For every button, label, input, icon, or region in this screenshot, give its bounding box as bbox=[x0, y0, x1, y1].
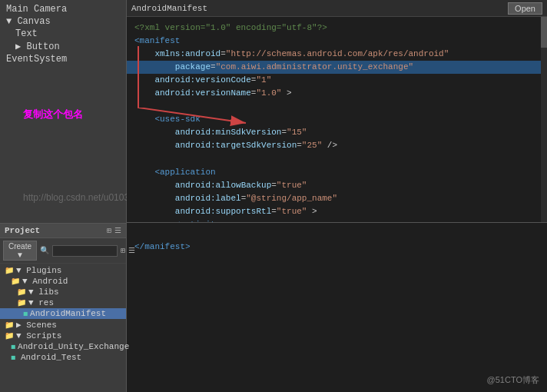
hierarchy-item-button[interactable]: ▶ Button bbox=[0, 40, 126, 53]
tree-item-scenes[interactable]: 📁 ▶ Scenes bbox=[0, 319, 126, 331]
project-panel: Project ⊞ ☰ Create ▼ 🔍 ⊞ ☰ 📁 ▼ Plugins 📁… bbox=[0, 223, 127, 392]
code-line-11: <application bbox=[134, 166, 539, 179]
folder-icon: 📁 bbox=[5, 331, 14, 341]
folder-icon: 📁 bbox=[17, 287, 26, 297]
panel-sort-icon[interactable]: ⊞ bbox=[121, 246, 125, 255]
hierarchy-item-eventsystem[interactable]: EventSystem bbox=[0, 53, 126, 65]
open-button[interactable]: Open bbox=[508, 2, 542, 15]
code-toolbar: AndroidManifest Open bbox=[127, 0, 547, 17]
code-line-10 bbox=[134, 152, 539, 165]
hierarchy-item-text[interactable]: Text bbox=[0, 28, 126, 40]
hierarchy-item-canvas[interactable]: ▼ Canvas bbox=[0, 15, 126, 28]
folder-icon: 📁 bbox=[17, 298, 26, 307]
tree-item-android-test[interactable]: ◼ Android_Test bbox=[0, 352, 126, 363]
tree-item-libs[interactable]: 📁 ▼ libs bbox=[0, 287, 126, 297]
search-icon: 🔍 bbox=[40, 246, 49, 255]
create-button[interactable]: Create ▼ bbox=[3, 241, 37, 261]
bottom-code-panel: </manifest> bbox=[127, 223, 547, 392]
folder-icon: 📁 bbox=[11, 277, 20, 286]
panel-filter-icon[interactable]: ☰ bbox=[128, 246, 135, 255]
code-line-12: android:allowBackup="true" bbox=[134, 179, 539, 192]
tree-item-scripts[interactable]: 📁 ▼ Scripts bbox=[0, 331, 126, 341]
panel-icon-lock[interactable]: ⊞ bbox=[107, 226, 111, 235]
folder-icon: 📁 bbox=[5, 266, 14, 275]
project-tree: 📁 ▼ Plugins 📁 ▼ Android 📁 ▼ libs 📁 ▼ res… bbox=[0, 264, 126, 364]
tree-item-plugins[interactable]: 📁 ▼ Plugins bbox=[0, 265, 126, 276]
panel-icon-menu[interactable]: ☰ bbox=[114, 226, 121, 235]
scrollbar-thumb[interactable] bbox=[541, 17, 547, 48]
tree-item-androidmanifest[interactable]: ◼ AndroidManifest bbox=[0, 308, 126, 319]
code-line-manifest-close: </manifest> bbox=[134, 241, 539, 254]
project-toolbar: Create ▼ 🔍 ⊞ ☰ bbox=[0, 238, 126, 264]
panel-icons: ⊞ ☰ bbox=[107, 226, 121, 235]
panel-title: Project bbox=[5, 226, 40, 235]
search-input[interactable] bbox=[52, 245, 118, 257]
code-file-title: AndroidManifest bbox=[131, 4, 207, 13]
code-line-end bbox=[134, 228, 539, 241]
tree-item-res[interactable]: 📁 ▼ res bbox=[0, 297, 126, 308]
script-icon: ◼ bbox=[11, 342, 15, 351]
code-line-9: android:targetSdkVersion="25" /> bbox=[134, 139, 539, 152]
code-line-14: android:supportsRtl="true" > bbox=[134, 205, 539, 218]
code-line-0: <?xml version="1.0" encoding="utf-8"?> bbox=[134, 22, 539, 35]
code-line-13: android:label="@string/app_name" bbox=[134, 192, 539, 205]
panel-header: Project ⊞ ☰ bbox=[0, 224, 126, 238]
annotation-label: 复制这个包名 bbox=[23, 108, 83, 121]
scrollbar[interactable] bbox=[541, 17, 547, 222]
bottom-code-content: </manifest> bbox=[127, 223, 547, 258]
manifest-icon: ◼ bbox=[23, 309, 28, 318]
script-icon: ◼ bbox=[11, 353, 18, 362]
hierarchy-item-main-camera[interactable]: Main Camera bbox=[0, 3, 126, 15]
bottom-watermark: @51CTO博客 bbox=[487, 374, 539, 386]
tree-item-android[interactable]: 📁 ▼ Android bbox=[0, 276, 126, 287]
folder-icon: 📁 bbox=[5, 321, 14, 330]
tree-item-android-unity-exchange[interactable]: ◼ Android_Unity_Exchange bbox=[0, 341, 126, 352]
arrow-graphic bbox=[131, 38, 269, 131]
